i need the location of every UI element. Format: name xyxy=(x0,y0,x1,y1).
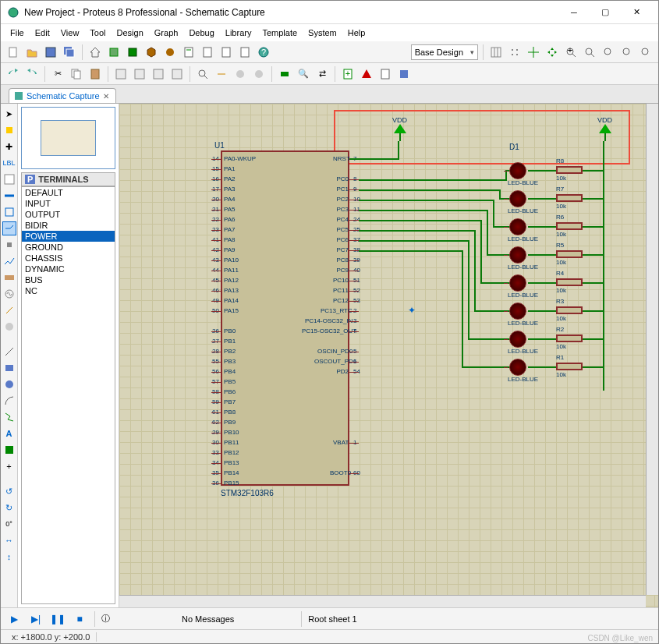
probe-icon[interactable] xyxy=(2,303,16,317)
terminal-dynamic[interactable]: DYNAMIC xyxy=(22,264,115,274)
chip-part[interactable]: STM32F103R6 xyxy=(221,489,274,497)
menu-debug[interactable]: Debug xyxy=(184,27,218,39)
code-icon[interactable] xyxy=(200,44,215,60)
terminal-ground[interactable]: GROUND xyxy=(22,242,115,253)
3d-icon[interactable] xyxy=(143,44,159,60)
grid-icon[interactable] xyxy=(488,44,504,60)
resistor-component[interactable] xyxy=(556,278,583,286)
binoculars-icon[interactable]: 🔍 xyxy=(296,66,311,82)
menu-template[interactable]: Template xyxy=(257,27,302,39)
scrollbar-horizontal[interactable] xyxy=(119,595,646,607)
p-icon[interactable]: P xyxy=(25,175,35,184)
led-component[interactable] xyxy=(509,331,526,348)
zoom-sheet-icon[interactable] xyxy=(638,44,654,60)
replace-icon[interactable]: ⇄ xyxy=(314,66,330,82)
terminal-bidir[interactable]: BIDIR xyxy=(22,220,115,231)
pcb-icon[interactable] xyxy=(125,44,140,60)
led-reference[interactable]: D1 xyxy=(509,143,519,151)
menu-help[interactable]: Help xyxy=(343,27,370,39)
block-rotate-icon[interactable] xyxy=(151,66,166,82)
save-all-icon[interactable] xyxy=(62,44,77,60)
schematic-icon[interactable] xyxy=(106,44,122,60)
new-file-icon[interactable] xyxy=(5,44,21,60)
led-component[interactable] xyxy=(509,246,526,264)
led-component[interactable] xyxy=(509,218,526,235)
save-icon[interactable] xyxy=(43,44,58,60)
terminal-power[interactable]: POWER xyxy=(22,231,115,242)
resistor-component[interactable] xyxy=(556,222,583,230)
led-component[interactable] xyxy=(509,359,526,376)
terminal-bus[interactable]: BUS xyxy=(22,274,115,285)
line-icon[interactable] xyxy=(2,345,16,359)
menu-file[interactable]: File xyxy=(5,27,29,39)
path-icon[interactable] xyxy=(2,410,16,424)
label-icon[interactable]: LBL xyxy=(2,156,16,170)
rect-icon[interactable] xyxy=(2,361,16,375)
minimize-button[interactable]: ─ xyxy=(558,2,590,23)
block-delete-icon[interactable] xyxy=(169,66,185,82)
menu-system[interactable]: System xyxy=(303,27,342,39)
terminal-nc[interactable]: NC xyxy=(22,285,115,296)
junction-icon[interactable]: ✚ xyxy=(2,140,16,154)
menu-graph[interactable]: Graph xyxy=(150,27,183,39)
paste-icon[interactable] xyxy=(87,66,103,82)
doc-icon[interactable] xyxy=(218,44,234,60)
transfer-icon[interactable] xyxy=(396,66,412,82)
find-icon[interactable] xyxy=(195,66,211,82)
tab-close-icon[interactable]: ✕ xyxy=(103,92,109,101)
pan-icon[interactable] xyxy=(544,44,560,60)
vdd-terminal-1[interactable]: VDD xyxy=(392,116,407,141)
step-button[interactable]: ▶| xyxy=(27,611,44,627)
tab-schematic-capture[interactable]: Schematic Capture ✕ xyxy=(9,88,116,103)
menu-design[interactable]: Design xyxy=(112,27,148,39)
plus-icon[interactable]: + xyxy=(2,459,16,473)
terminal-mode-icon[interactable] xyxy=(2,221,16,235)
led-component[interactable] xyxy=(509,162,526,179)
resistor-component[interactable] xyxy=(556,194,583,202)
tool-a-icon[interactable] xyxy=(232,66,248,82)
subcircuit-icon[interactable] xyxy=(2,205,16,219)
undo-icon[interactable] xyxy=(5,66,21,82)
info-icon[interactable]: ⓘ xyxy=(101,613,110,625)
menu-edit[interactable]: Edit xyxy=(30,27,55,39)
instrument-icon[interactable] xyxy=(2,320,16,334)
add-sheet-icon[interactable]: + xyxy=(340,66,356,82)
text-icon[interactable]: A xyxy=(2,426,16,441)
menu-view[interactable]: View xyxy=(56,27,84,39)
gerber-icon[interactable] xyxy=(162,44,178,60)
rotate-cw-icon[interactable]: ↻ xyxy=(2,501,16,515)
zoom-fit-icon[interactable] xyxy=(601,44,616,60)
block-move-icon[interactable] xyxy=(132,66,147,82)
design-selector[interactable]: Base Design xyxy=(411,44,478,60)
vdd-terminal-2[interactable]: VDD xyxy=(597,116,612,141)
package-icon[interactable] xyxy=(277,66,292,82)
circle-icon[interactable] xyxy=(2,377,16,391)
chip-reference[interactable]: U1 xyxy=(214,141,225,150)
graph-mode-icon[interactable] xyxy=(2,254,16,268)
home-icon[interactable] xyxy=(87,44,103,60)
resistor-component[interactable] xyxy=(556,166,583,174)
block-copy-icon[interactable] xyxy=(113,66,129,82)
resistor-component[interactable] xyxy=(556,306,583,314)
maximize-button[interactable]: ▢ xyxy=(590,2,621,23)
report-icon[interactable] xyxy=(237,44,253,60)
resistor-component[interactable] xyxy=(556,334,583,342)
bus-icon[interactable] xyxy=(2,189,16,203)
zoom-out-icon[interactable] xyxy=(582,44,597,60)
rotate-ccw-icon[interactable]: ↺ xyxy=(2,484,16,498)
cut-icon[interactable]: ✂ xyxy=(50,66,66,82)
terminal-default[interactable]: DEFAULT xyxy=(22,187,115,198)
bom-icon[interactable] xyxy=(181,44,197,60)
terminals-list[interactable]: DEFAULT INPUT OUTPUT BIDIR POWER GROUND … xyxy=(21,186,115,604)
led-component[interactable] xyxy=(509,303,526,320)
menu-tool[interactable]: Tool xyxy=(85,27,110,39)
terminal-input[interactable]: INPUT xyxy=(22,198,115,209)
netlist-icon[interactable] xyxy=(377,66,393,82)
scrollbar-vertical[interactable] xyxy=(646,104,658,595)
open-icon[interactable] xyxy=(24,44,40,60)
led-component[interactable] xyxy=(509,190,526,207)
terminal-chassis[interactable]: CHASSIS xyxy=(22,253,115,264)
wire-tool-icon[interactable] xyxy=(214,66,229,82)
tape-icon[interactable] xyxy=(2,271,16,285)
resistor-component[interactable] xyxy=(556,250,583,258)
